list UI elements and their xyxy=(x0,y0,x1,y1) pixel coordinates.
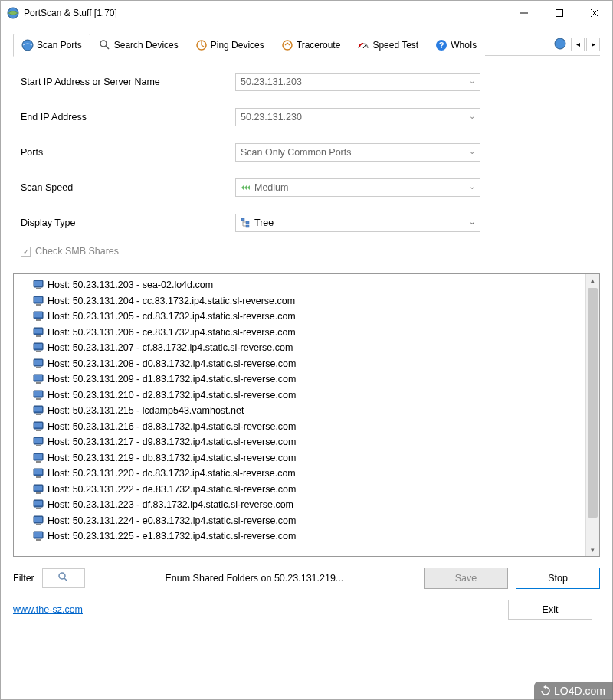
speed-select[interactable]: Medium ⌄ xyxy=(235,178,480,197)
svg-rect-33 xyxy=(34,360,42,365)
result-item[interactable]: Host: 50.23.131.208 - d0.83.1732.ip4.sta… xyxy=(32,356,585,372)
svg-rect-57 xyxy=(34,486,42,490)
result-text: Host: 50.23.131.216 - d8.83.1732.ip4.sta… xyxy=(48,421,297,432)
result-item[interactable]: Host: 50.23.131.217 - d9.83.1732.ip4.sta… xyxy=(32,434,585,450)
result-item[interactable]: Host: 50.23.131.216 - d8.83.1732.ip4.sta… xyxy=(32,419,585,435)
filter-label: Filter xyxy=(13,573,34,584)
svg-rect-21 xyxy=(34,297,42,302)
svg-point-9 xyxy=(283,41,292,50)
result-item[interactable]: Host: 50.23.131.206 - ce.83.1732.ip4.sta… xyxy=(32,325,585,341)
result-item[interactable]: Host: 50.23.131.205 - cd.83.1732.ip4.sta… xyxy=(32,309,585,325)
result-item[interactable]: Host: 50.23.131.222 - de.83.1732.ip4.sta… xyxy=(32,482,585,498)
end-ip-input[interactable]: 50.23.131.230 ⌄ xyxy=(235,108,480,126)
scroll-down-icon[interactable]: ▾ xyxy=(586,544,599,556)
tab-search-devices[interactable]: Search Devices xyxy=(90,34,187,57)
svg-rect-25 xyxy=(36,319,41,321)
svg-rect-36 xyxy=(34,375,42,380)
watermark-text: LO4D.com xyxy=(554,685,605,697)
result-item[interactable]: Host: 50.23.131.204 - cc.83.1732.ip4.sta… xyxy=(32,293,585,309)
start-ip-value: 50.23.131.203 xyxy=(241,77,302,87)
tab-ping-devices[interactable]: Ping Devices xyxy=(187,34,273,57)
globe-more-icon[interactable] xyxy=(554,38,566,50)
check-smb-label: Check SMB Shares xyxy=(35,246,119,257)
exit-button[interactable]: Exit xyxy=(508,600,592,620)
result-item[interactable]: Host: 50.23.131.215 - lcdamp543.vamhost.… xyxy=(32,403,585,419)
results-panel: Host: 50.23.131.203 - sea-02.lo4d.comHos… xyxy=(13,273,600,557)
filter-input[interactable] xyxy=(42,568,85,588)
svg-rect-39 xyxy=(34,391,42,396)
chevron-down-icon: ⌄ xyxy=(469,77,475,85)
maximize-button[interactable] xyxy=(542,1,577,25)
result-text: Host: 50.23.131.224 - e0.83.1732.ip4.sta… xyxy=(48,515,297,526)
trace-icon xyxy=(281,39,293,51)
tree-icon xyxy=(241,218,251,228)
results-list[interactable]: Host: 50.23.131.203 - sea-02.lo4d.comHos… xyxy=(14,274,585,556)
ports-value: Scan Only Common Ports xyxy=(241,147,352,158)
tab-scroll-right[interactable]: ▸ xyxy=(586,38,600,51)
result-text: Host: 50.23.131.207 - cf.83.1732.ip4.sta… xyxy=(48,342,293,353)
scrollbar-thumb[interactable] xyxy=(588,288,598,518)
tab-label: Search Devices xyxy=(114,40,179,51)
search-icon xyxy=(57,571,70,586)
svg-point-6 xyxy=(100,41,107,47)
tab-strip: Scan Ports Search Devices Ping Devices T… xyxy=(13,33,600,56)
host-icon xyxy=(32,467,44,479)
tab-speed-test[interactable]: Speed Test xyxy=(349,34,427,57)
speed-icon xyxy=(241,182,251,193)
result-text: Host: 50.23.131.223 - df.83.1732.ip4.sta… xyxy=(48,499,293,510)
ports-select[interactable]: Scan Only Common Ports ⌄ xyxy=(235,143,480,162)
result-item[interactable]: Host: 50.23.131.203 - sea-02.lo4d.com xyxy=(32,277,585,293)
minimize-button[interactable] xyxy=(506,1,542,25)
stop-button[interactable]: Stop xyxy=(516,568,600,589)
result-text: Host: 50.23.131.219 - db.83.1732.ip4.sta… xyxy=(48,453,297,463)
tab-scan-ports[interactable]: Scan Ports xyxy=(13,34,90,57)
result-item[interactable]: Host: 50.23.131.219 - db.83.1732.ip4.sta… xyxy=(32,450,585,466)
check-smb-checkbox[interactable]: ✓ Check SMB Shares xyxy=(21,246,592,257)
tab-scroll-left[interactable]: ◂ xyxy=(571,38,585,51)
scrollbar[interactable]: ▴ ▾ xyxy=(585,274,599,556)
result-item[interactable]: Host: 50.23.131.224 - e0.83.1732.ip4.sta… xyxy=(32,513,585,529)
display-select[interactable]: Tree ⌄ xyxy=(235,214,480,232)
svg-rect-64 xyxy=(36,524,41,525)
speed-value: Medium xyxy=(254,182,288,193)
svg-rect-61 xyxy=(36,508,41,509)
svg-text:?: ? xyxy=(439,41,444,50)
svg-rect-37 xyxy=(36,382,41,384)
result-item[interactable]: Host: 50.23.131.225 - e1.83.1732.ip4.sta… xyxy=(32,528,585,545)
watermark: LO4D.com xyxy=(534,682,613,700)
svg-rect-24 xyxy=(34,312,42,317)
tab-label: Ping Devices xyxy=(211,40,264,51)
display-label: Display Type xyxy=(21,218,235,228)
svg-rect-67 xyxy=(36,539,41,541)
start-ip-input[interactable]: 50.23.131.203 ⌄ xyxy=(235,73,480,91)
svg-rect-43 xyxy=(36,414,41,415)
result-item[interactable]: Host: 50.23.131.209 - d1.83.1732.ip4.sta… xyxy=(32,371,585,388)
end-ip-value: 50.23.131.230 xyxy=(241,112,302,123)
host-icon xyxy=(32,404,44,417)
display-value: Tree xyxy=(254,218,274,228)
tab-whois[interactable]: ? WhoIs xyxy=(427,34,485,57)
host-icon xyxy=(32,342,44,354)
host-icon xyxy=(32,326,44,339)
host-icon xyxy=(32,452,44,464)
close-button[interactable] xyxy=(577,1,612,25)
svg-rect-22 xyxy=(36,304,41,306)
scroll-up-icon[interactable]: ▴ xyxy=(586,274,599,286)
result-text: Host: 50.23.131.203 - sea-02.lo4d.com xyxy=(48,280,213,290)
result-item[interactable]: Host: 50.23.131.223 - df.83.1732.ip4.sta… xyxy=(32,497,585,513)
tab-traceroute[interactable]: Traceroute xyxy=(273,34,349,57)
result-item[interactable]: Host: 50.23.131.207 - cf.83.1732.ip4.sta… xyxy=(32,340,585,356)
website-link[interactable]: www.the-sz.com xyxy=(13,604,83,615)
save-button[interactable]: Save xyxy=(424,568,508,589)
svg-line-69 xyxy=(64,578,67,581)
speed-label: Scan Speed xyxy=(21,182,235,193)
svg-line-10 xyxy=(363,45,366,48)
result-text: Host: 50.23.131.206 - ce.83.1732.ip4.sta… xyxy=(48,327,296,338)
svg-rect-49 xyxy=(36,445,41,446)
host-icon xyxy=(32,420,44,433)
chevron-down-icon: ⌄ xyxy=(469,218,475,226)
svg-rect-28 xyxy=(36,335,41,337)
result-item[interactable]: Host: 50.23.131.220 - dc.83.1732.ip4.sta… xyxy=(32,466,585,482)
result-item[interactable]: Host: 50.23.131.210 - d2.83.1732.ip4.sta… xyxy=(32,388,585,404)
chevron-down-icon: ⌄ xyxy=(469,182,475,191)
